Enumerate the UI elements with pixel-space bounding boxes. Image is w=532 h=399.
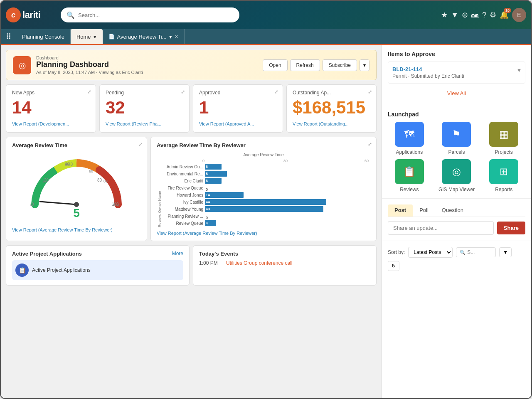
stat-link-pending[interactable]: View Report (Review Pha... (106, 121, 161, 126)
launchpad-section: Launchpad 🗺 Applications ⚑ Parcels ▦ Pro… (382, 105, 531, 199)
community-icon[interactable]: 🏘 (471, 11, 479, 20)
settings-icon[interactable]: ⚙ (490, 10, 496, 20)
bar-fill: 4 (205, 220, 216, 226)
search-bar[interactable]: 🔍 (61, 7, 239, 22)
search-input[interactable] (78, 12, 234, 18)
open-button[interactable]: Open (263, 59, 287, 71)
logo-area: c lariti (6, 7, 56, 22)
help-icon[interactable]: ? (482, 11, 486, 20)
tab-home[interactable]: Home ▾ (71, 29, 103, 44)
plus-icon[interactable]: ⊕ (462, 10, 468, 20)
bar-label: Howard Jones (162, 193, 203, 197)
launchpad-item-projects[interactable]: ▦ Projects (482, 122, 525, 155)
stat-title-pending: Pending (106, 90, 183, 96)
bar-num: 4 (205, 221, 208, 225)
stat-link-outstanding[interactable]: View Report (Outstanding... (293, 121, 349, 126)
bar-chart-row: Eric Clariti 6 (162, 178, 370, 184)
launchpad-item-gis-map-viewer[interactable]: ◎ GIS Map Viewer (435, 159, 478, 192)
stat-outstanding: Outstanding Ap... ⤢ $168,515 View Report… (286, 84, 377, 133)
expand-icon-approved[interactable]: ⤢ (274, 89, 278, 95)
dashboard-breadcrumb: Dashboard (36, 55, 143, 60)
sort-section: Sort by: Latest Posts Oldest Posts Most … (382, 241, 531, 277)
launchpad-icon-projects: ▦ (489, 122, 518, 147)
bar-chart-link[interactable]: View Report (Average Review Time By Revi… (157, 231, 370, 236)
stat-link-new-apps[interactable]: View Report (Developmen... (12, 121, 69, 126)
expand-icon-bar[interactable]: ⤢ (368, 141, 372, 147)
refresh-button[interactable]: Refresh (290, 59, 320, 71)
launchpad-item-applications[interactable]: 🗺 Applications (388, 122, 431, 155)
tab-close-icon[interactable]: ✕ (175, 34, 178, 39)
tab-post[interactable]: Post (388, 204, 413, 217)
star-icon[interactable]: ★ (441, 10, 448, 20)
gauge-container: 0 20 40 60 80 100 0 20 40 60 (12, 153, 141, 224)
sort-search-box[interactable]: 🔍 (456, 247, 496, 257)
launchpad-icon-reviews: 📋 (395, 159, 424, 184)
sort-search-input[interactable] (467, 249, 492, 255)
launchpad-item-parcels[interactable]: ⚑ Parcels (435, 122, 478, 155)
event-time: 1:00 PM (199, 260, 222, 266)
expand-icon-gauge[interactable]: ⤢ (138, 141, 143, 147)
bar-label: Review Queue (162, 221, 203, 226)
launchpad-item-reports[interactable]: ⊞ Reports (482, 159, 525, 192)
tab-review[interactable]: 📄 Average Review Ti... ▾ ✕ (103, 29, 185, 44)
left-panel: ◎ Dashboard Planning Dashboard As of May… (1, 45, 382, 398)
bar-num: 43 (205, 207, 210, 211)
approve-chevron-icon[interactable]: ▾ (517, 66, 521, 74)
bar-chart-row: Matthew Young 43 (162, 206, 370, 212)
planning-console-label: Planning Console (22, 34, 64, 40)
project-icon: 📋 (15, 264, 29, 277)
share-update-input[interactable] (388, 221, 494, 235)
subscribe-button[interactable]: Subscribe (323, 59, 357, 71)
tab-dropdown-icon[interactable]: ▾ (94, 34, 96, 40)
expand-icon-new-apps[interactable]: ⤢ (87, 89, 91, 95)
apps-grid-icon[interactable]: ⠿ (1, 29, 16, 44)
sort-select[interactable]: Latest Posts Oldest Posts Most Liked (408, 247, 453, 258)
launchpad-item-reviews[interactable]: 📋 Reviews (388, 159, 431, 192)
bar-chart-row: Fire Review Queue 0 (162, 185, 370, 191)
user-avatar[interactable]: E (512, 8, 526, 22)
sort-filter-button[interactable]: ▼ (499, 247, 512, 257)
sort-label: Sort by: (388, 249, 405, 255)
svg-text:20: 20 (42, 179, 47, 183)
stat-link-approved[interactable]: View Report (Approved A... (199, 121, 254, 126)
stat-approved: Approved ⤢ 1 View Report (Approved A... (193, 84, 283, 133)
gauge-chart-link[interactable]: View Report (Average Review Time By Revi… (12, 227, 141, 232)
launchpad-label-parcels: Parcels (448, 149, 465, 155)
share-button[interactable]: Share (497, 222, 525, 234)
tab-poll[interactable]: Poll (413, 204, 435, 217)
expand-icon-pending[interactable]: ⤢ (181, 89, 185, 95)
bar-zero: 0 (205, 187, 208, 192)
tab-home-label: Home (76, 34, 91, 40)
social-section: Post Poll Question Share (382, 199, 531, 241)
launchpad-label-reports: Reports (495, 187, 512, 192)
bar-wrap: 14 (205, 192, 370, 198)
bar-chart-area: Review: Owner Name Admin Review Qu... 6 … (157, 164, 370, 227)
event-title[interactable]: Utilities Group conference call (226, 260, 292, 266)
dashboard-subtitle: As of May 8, 2023, 11:47 AM · Viewing as… (36, 70, 143, 75)
gauge-value: 5 (73, 207, 80, 220)
bar-chart-row: Environmental Re... 8 (162, 171, 370, 177)
sort-refresh-button[interactable]: ↻ (388, 261, 399, 271)
launchpad-label-gis-map-viewer: GIS Map Viewer (438, 187, 475, 192)
bar-chart-row: Ivy Castillo 44 (162, 199, 370, 205)
launchpad-label-projects: Projects (495, 149, 512, 155)
gauge-svg: 0 20 40 60 80 100 0 20 40 60 (27, 157, 126, 211)
more-link[interactable]: More (172, 251, 183, 256)
dropdown-nav-icon[interactable]: ▼ (451, 11, 458, 20)
events-list: 1:00 PM Utilities Group conference call (199, 260, 370, 266)
notification-icon[interactable]: 🔔 (500, 10, 509, 20)
approve-id[interactable]: BLD-21-114 (392, 66, 521, 72)
launchpad-label-applications: Applications (396, 149, 423, 155)
dashboard-actions: Open Refresh Subscribe ▾ (263, 59, 369, 71)
launchpad-icon-gis-map-viewer: ◎ (442, 159, 471, 184)
tab-review-dropdown[interactable]: ▾ (169, 34, 172, 40)
bar-wrap: 0 (205, 185, 370, 191)
tab-planning-console[interactable]: Planning Console (16, 29, 71, 44)
bar-num: 44 (205, 200, 210, 204)
subscribe-dropdown[interactable]: ▾ (360, 59, 369, 71)
approve-desc: Permit · Submitted by Eric Clariti (392, 73, 521, 79)
tab-question[interactable]: Question (435, 204, 470, 217)
logo-text: lariti (22, 10, 40, 20)
view-all-link[interactable]: View All (388, 88, 525, 99)
expand-icon-outstanding[interactable]: ⤢ (368, 89, 372, 95)
